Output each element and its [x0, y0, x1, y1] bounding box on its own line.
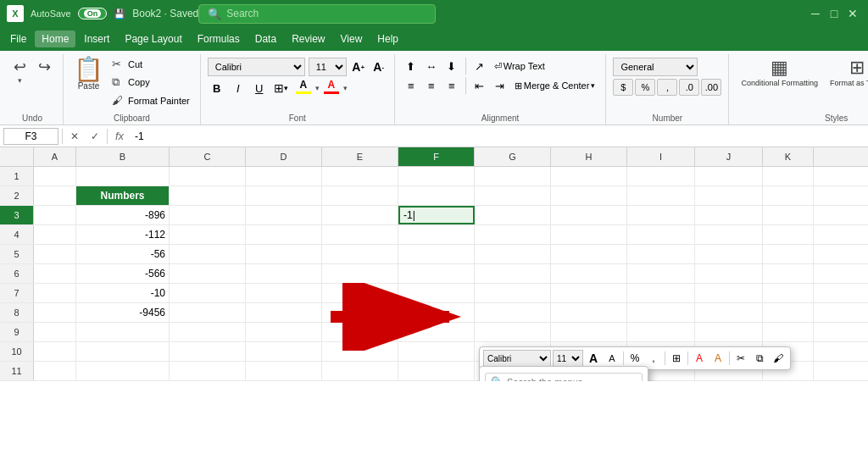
cell-e10[interactable]: [322, 342, 398, 361]
mini-cut-button[interactable]: ✂: [732, 350, 749, 367]
col-header-c[interactable]: C: [170, 147, 246, 166]
cell-c8[interactable]: [170, 303, 246, 322]
cell-d6[interactable]: [246, 264, 322, 283]
cell-e7[interactable]: [322, 284, 398, 302]
italic-button[interactable]: I: [229, 79, 248, 97]
cell-k9[interactable]: [763, 323, 814, 341]
copy-button[interactable]: ⧉ Copy: [108, 74, 193, 91]
menu-file[interactable]: File: [3, 30, 33, 47]
font-increase-button[interactable]: A+: [350, 58, 367, 75]
mini-format-button[interactable]: 🖌: [770, 350, 787, 367]
cell-a8[interactable]: [34, 303, 76, 322]
menu-data[interactable]: Data: [248, 30, 283, 47]
row-header-2[interactable]: 2: [0, 186, 34, 205]
mini-size-select[interactable]: 11: [553, 350, 583, 367]
decrease-decimal-button[interactable]: .00: [701, 79, 721, 96]
cell-a1[interactable]: [34, 167, 76, 185]
font-decrease-button[interactable]: A-: [370, 58, 387, 75]
align-bottom-button[interactable]: ⬇: [442, 58, 461, 75]
cell-e1[interactable]: [322, 167, 398, 185]
cell-i2[interactable]: [627, 186, 695, 205]
format-as-table-button[interactable]: ⊞ Format as Table: [825, 54, 868, 91]
cell-h8[interactable]: [551, 303, 627, 322]
cell-i1[interactable]: [627, 167, 695, 185]
percent-button[interactable]: %: [635, 79, 655, 96]
col-header-j[interactable]: J: [695, 147, 763, 166]
cell-e4[interactable]: [322, 225, 398, 244]
increase-decimal-button[interactable]: .0: [679, 79, 699, 96]
cell-c1[interactable]: [170, 167, 246, 185]
cell-f4[interactable]: [398, 225, 475, 244]
cell-e11[interactable]: [322, 362, 398, 380]
cell-f11[interactable]: [398, 362, 475, 380]
cell-h7[interactable]: [551, 284, 627, 302]
mini-copy-button[interactable]: ⧉: [751, 350, 768, 367]
font-color-button[interactable]: A: [322, 79, 341, 97]
align-top-button[interactable]: ⬆: [402, 58, 420, 75]
cell-j9[interactable]: [695, 323, 763, 341]
cell-c2[interactable]: [170, 186, 246, 205]
cell-h1[interactable]: [551, 167, 627, 185]
menu-help[interactable]: Help: [370, 30, 405, 47]
cell-d5[interactable]: [246, 245, 322, 263]
cell-a11[interactable]: [34, 362, 76, 380]
cell-j8[interactable]: [695, 303, 763, 322]
formula-input[interactable]: [131, 129, 865, 144]
conditional-formatting-button[interactable]: ▦ Conditional Formatting: [736, 54, 823, 91]
cell-e2[interactable]: [322, 186, 398, 205]
row-header-3[interactable]: 3: [0, 206, 34, 224]
cell-d10[interactable]: [246, 342, 322, 361]
cell-a9[interactable]: [34, 323, 76, 341]
cell-g6[interactable]: [475, 264, 551, 283]
cell-d9[interactable]: [246, 323, 322, 341]
cell-f10[interactable]: [398, 342, 475, 361]
cell-d2[interactable]: [246, 186, 322, 205]
cell-d4[interactable]: [246, 225, 322, 244]
align-middle-button[interactable]: ↔: [422, 58, 441, 75]
maximize-button[interactable]: □: [826, 5, 843, 22]
mini-decrease-font-button[interactable]: A: [604, 350, 620, 367]
cell-d3[interactable]: [246, 206, 322, 224]
cell-g4[interactable]: [475, 225, 551, 244]
cell-b2[interactable]: Numbers: [76, 186, 170, 205]
cell-i6[interactable]: [627, 264, 695, 283]
cell-b6[interactable]: -566: [76, 264, 170, 283]
mini-increase-font-button[interactable]: A: [585, 350, 602, 367]
menu-review[interactable]: Review: [285, 30, 331, 47]
cell-a6[interactable]: [34, 264, 76, 283]
increase-indent-button[interactable]: ⇥: [491, 77, 509, 94]
cell-j6[interactable]: [695, 264, 763, 283]
cell-g8[interactable]: [475, 303, 551, 322]
currency-button[interactable]: $: [613, 79, 633, 96]
cell-c4[interactable]: [170, 225, 246, 244]
mini-color-button[interactable]: A: [691, 350, 708, 367]
close-button[interactable]: ✕: [844, 5, 861, 22]
wrap-text-button[interactable]: ⏎ Wrap Text: [491, 58, 548, 75]
cell-b11[interactable]: [76, 362, 170, 380]
font-size-select[interactable]: 11: [309, 58, 347, 76]
cell-d11[interactable]: [246, 362, 322, 380]
cell-e3[interactable]: [322, 206, 398, 224]
cell-i8[interactable]: [627, 303, 695, 322]
row-header-6[interactable]: 6: [0, 264, 34, 283]
cell-c6[interactable]: [170, 264, 246, 283]
cell-g2[interactable]: [475, 186, 551, 205]
cell-a10[interactable]: [34, 342, 76, 361]
cell-h5[interactable]: [551, 245, 627, 263]
row-header-7[interactable]: 7: [0, 284, 34, 302]
row-header-8[interactable]: 8: [0, 303, 34, 322]
mini-highlight-button[interactable]: A: [709, 350, 726, 367]
cell-j7[interactable]: [695, 284, 763, 302]
cell-i5[interactable]: [627, 245, 695, 263]
cell-f6[interactable]: [398, 264, 475, 283]
cell-g9[interactable]: [475, 323, 551, 341]
cell-j5[interactable]: [695, 245, 763, 263]
col-header-b[interactable]: B: [76, 147, 170, 166]
cell-j2[interactable]: [695, 186, 763, 205]
col-header-g[interactable]: G: [475, 147, 551, 166]
cell-f2[interactable]: [398, 186, 475, 205]
menu-home[interactable]: Home: [35, 30, 75, 47]
cell-g1[interactable]: [475, 167, 551, 185]
row-header-10[interactable]: 10: [0, 342, 34, 361]
cell-f1[interactable]: [398, 167, 475, 185]
